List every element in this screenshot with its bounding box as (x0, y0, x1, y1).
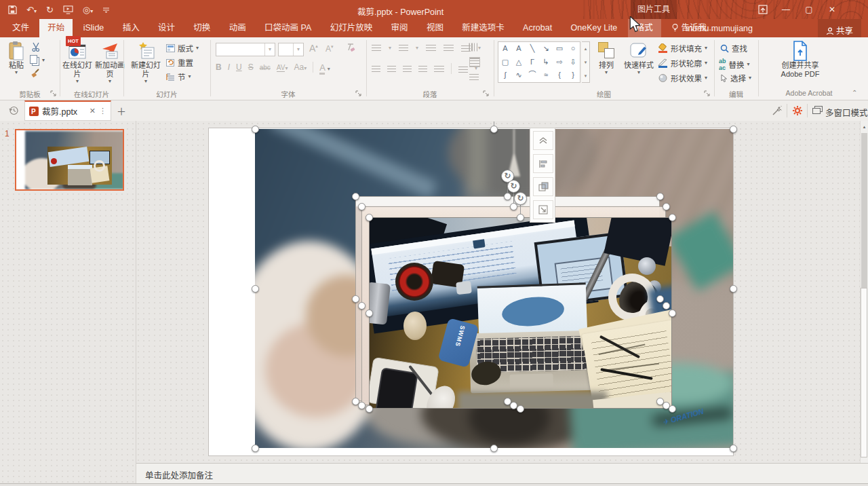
customize-qat-button[interactable] (102, 7, 110, 13)
font-color-button[interactable]: A ▾ (319, 62, 330, 73)
shape-icon[interactable]: ⇨ (553, 56, 566, 69)
multi-window-icon[interactable] (812, 106, 823, 115)
tab-more-icon[interactable]: ⋮ (99, 107, 106, 115)
clipboard-dialog-launcher[interactable] (50, 90, 57, 97)
shape-fill-button[interactable]: 形状填充▾ (658, 43, 707, 54)
scroll-up-arrow[interactable]: ▴ (861, 122, 868, 132)
strikethrough-button[interactable]: S (248, 62, 254, 72)
align-left-button[interactable] (372, 66, 380, 72)
tab-new-tab[interactable]: 新建选项卡 (454, 19, 513, 37)
copy-button[interactable] (30, 55, 37, 64)
tab-animations[interactable]: 动画 (221, 19, 254, 37)
tab-slideshow[interactable]: 幻灯片放映 (322, 19, 381, 37)
font-size-combo[interactable]: ▾ (278, 43, 304, 56)
collapse-ribbon-button[interactable]: ⌃ (852, 89, 857, 96)
align-text-button[interactable] (469, 57, 480, 67)
ribbon-display-options-button[interactable] (751, 0, 774, 19)
tab-acrobat[interactable]: Acrobat (515, 19, 560, 37)
shape-icon[interactable]: ╲ (526, 42, 539, 55)
shape-icon[interactable]: ↳ (539, 56, 553, 69)
shape-icon[interactable]: A (512, 42, 526, 55)
change-case-button[interactable]: Aa▾ (294, 62, 307, 72)
shadow-button[interactable]: abc (260, 64, 271, 71)
increase-indent-button[interactable] (443, 45, 454, 51)
tab-pocket-animation[interactable]: 口袋动画 PA (256, 19, 319, 37)
shape-icon[interactable]: { (553, 69, 566, 81)
desk-photo[interactable]: SWMS (369, 217, 672, 409)
close-button[interactable]: ✕ (821, 0, 844, 19)
tab-insert[interactable]: 插入 (115, 19, 148, 37)
document-tab[interactable]: P 裁剪.pptx ✕ ⋮ (24, 100, 111, 121)
settings-gear-icon[interactable] (792, 105, 803, 116)
vertical-scrollbar[interactable]: ▴ (860, 121, 868, 463)
shape-icon[interactable]: } (566, 69, 580, 81)
section-button[interactable]: 节▾ (166, 71, 191, 82)
find-button[interactable]: 查找 (720, 43, 747, 54)
shape-icon[interactable]: ↘ (539, 42, 553, 55)
slide-canvas[interactable]: ✈ ORATION (208, 128, 734, 456)
layer-order-button[interactable] (533, 177, 553, 196)
tab-transitions[interactable]: 切换 (185, 19, 218, 37)
new-slide-button[interactable]: 新建幻灯片▾ (129, 41, 163, 84)
numbering-button[interactable] (399, 45, 408, 51)
paragraph-dialog-launcher[interactable] (483, 90, 490, 97)
create-share-pdf-button[interactable]: 创建并共享 Adobe PDF (773, 41, 827, 79)
copy-dropdown[interactable]: ▾ (42, 58, 45, 63)
replace-button[interactable]: abac 替换▾ (719, 58, 750, 71)
redo-button[interactable]: ↻ (46, 5, 54, 14)
cut-button[interactable] (31, 42, 41, 52)
tab-view[interactable]: 视图 (418, 19, 452, 37)
bold-button[interactable]: B (216, 62, 222, 72)
shape-icon[interactable]: A (498, 42, 512, 55)
shape-effects-button[interactable]: 形状效果▾ (658, 73, 707, 83)
notes-placeholder[interactable]: 单击此处添加备注 (136, 464, 868, 481)
tab-islide[interactable]: iSlide (75, 19, 113, 37)
undo-button[interactable]: ↶▾ (26, 5, 37, 14)
close-tab-icon[interactable]: ✕ (90, 107, 96, 115)
new-document-tab-button[interactable]: ＋ (117, 104, 126, 117)
shape-icon[interactable]: ○ (566, 42, 580, 55)
new-animation-page-button[interactable]: 新加动画页▾ (95, 41, 125, 84)
notes-pane[interactable]: 单击此处添加备注 (136, 463, 868, 483)
italic-button[interactable]: I (228, 62, 230, 72)
wand-icon[interactable] (772, 105, 783, 116)
font-dialog-launcher[interactable] (355, 90, 362, 97)
character-spacing-button[interactable]: AV▾ (277, 64, 288, 71)
paste-button[interactable]: 粘贴▾ (4, 41, 28, 75)
clear-formatting-button[interactable] (344, 43, 355, 52)
shape-icon[interactable]: △ (512, 56, 526, 69)
shape-outline-button[interactable]: 形状轮廓▾ (658, 58, 707, 69)
panel-divider[interactable] (136, 121, 136, 483)
scrollbar-thumb[interactable] (861, 288, 867, 457)
arrange-button[interactable]: 排列▾ (593, 41, 620, 75)
minimize-button[interactable]: — (774, 0, 797, 19)
quick-styles-button[interactable]: 快速样式▾ (621, 41, 656, 75)
underline-button[interactable]: U (236, 62, 242, 72)
select-button[interactable]: 选择▾ (720, 73, 751, 83)
start-slideshow-icon[interactable] (63, 5, 73, 14)
text-direction-button[interactable] (469, 43, 480, 52)
align-center-button[interactable] (387, 66, 396, 72)
drawing-dialog-launcher[interactable] (704, 90, 711, 97)
bullets-button[interactable] (372, 45, 381, 51)
shrink-font-button[interactable]: A▾ (326, 44, 334, 54)
format-painter-button[interactable] (31, 68, 40, 77)
justify-button[interactable] (418, 66, 427, 72)
maximize-button[interactable]: ▢ (797, 0, 821, 19)
shape-icon[interactable]: ≈ (539, 69, 553, 81)
tab-home[interactable]: 开始 (39, 19, 73, 37)
tab-onekey-lite[interactable]: OneKey Lite (563, 19, 626, 37)
shape-icon[interactable]: ▭ (553, 42, 566, 55)
shape-icon[interactable]: ▢ (498, 56, 512, 69)
align-button[interactable] (533, 154, 553, 173)
convert-smartart-button[interactable] (469, 73, 480, 80)
slide-thumbnail[interactable] (15, 129, 124, 191)
resize-button[interactable] (533, 200, 553, 219)
tab-review[interactable]: 审阅 (383, 19, 416, 37)
align-right-button[interactable] (403, 66, 412, 72)
shape-icon[interactable]: ∿ (512, 69, 526, 81)
grow-font-button[interactable]: A▴ (309, 43, 318, 54)
tab-file[interactable]: 文件 (4, 19, 37, 37)
online-slides-button[interactable]: HOT 在线幻灯片▾ (62, 41, 92, 84)
save-icon[interactable] (8, 5, 17, 14)
